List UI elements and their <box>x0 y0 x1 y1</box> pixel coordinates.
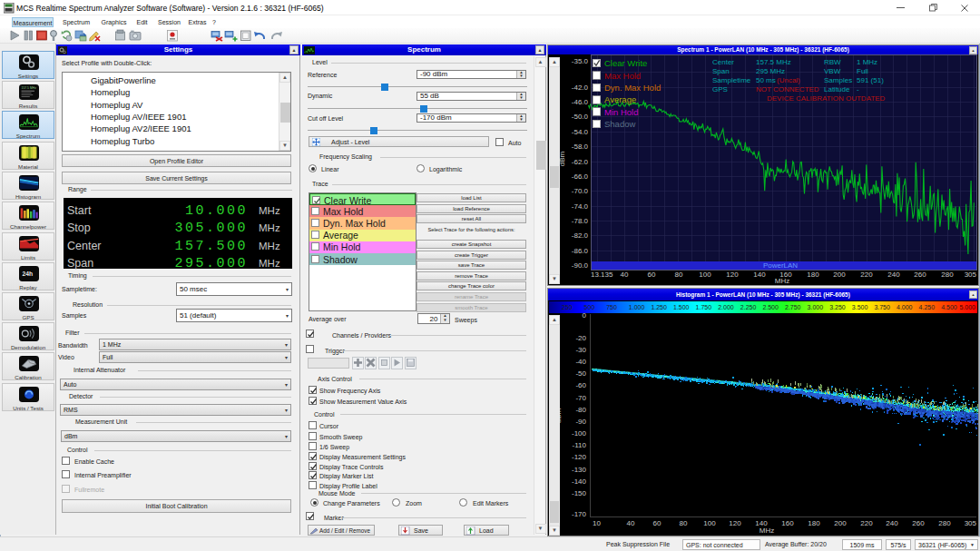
svg-text:200: 200 <box>833 271 846 279</box>
svg-text:200: 200 <box>834 519 847 527</box>
svg-text:60: 60 <box>653 519 662 527</box>
svg-text:-66.0: -66.0 <box>572 172 589 181</box>
svg-text:-74.0: -74.0 <box>572 202 589 211</box>
svg-text:1 MHz: 1 MHz <box>857 58 877 66</box>
svg-text:50 ms: 50 ms <box>756 76 776 84</box>
svg-text:591 (51): 591 (51) <box>857 76 884 84</box>
svg-text:-50: -50 <box>575 369 586 378</box>
svg-text:-70.0: -70.0 <box>572 187 589 195</box>
svg-text:220: 220 <box>860 271 873 279</box>
svg-text:260: 260 <box>914 271 926 279</box>
svg-text:-140: -140 <box>572 477 587 486</box>
svg-text:MHz: MHz <box>760 526 774 535</box>
svg-text:100: 100 <box>699 271 711 279</box>
svg-text:120: 120 <box>726 271 739 279</box>
svg-text:10: 10 <box>593 519 601 527</box>
svg-text:180: 180 <box>808 519 820 527</box>
svg-text:140: 140 <box>753 271 766 279</box>
svg-text:240: 240 <box>886 519 898 527</box>
svg-text:0: 0 <box>583 313 587 320</box>
svg-text:-20: -20 <box>575 334 586 342</box>
svg-text:157.5 MHz: 157.5 MHz <box>756 58 791 66</box>
svg-text:NOT CONNECTED: NOT CONNECTED <box>756 85 819 93</box>
svg-text:160: 160 <box>781 519 794 527</box>
svg-text:40: 40 <box>621 271 629 279</box>
svg-text:Min Hold: Min Hold <box>604 107 639 117</box>
svg-text:120: 120 <box>729 519 741 527</box>
svg-text:Latitude: Latitude <box>824 85 850 93</box>
svg-text:RBW: RBW <box>824 58 841 66</box>
svg-text:-42.0: -42.0 <box>572 84 589 92</box>
svg-text:-30: -30 <box>575 346 586 354</box>
svg-text:GPS: GPS <box>712 85 728 93</box>
svg-text:Dyn. Max Hold: Dyn. Max Hold <box>604 83 661 93</box>
svg-text:-60: -60 <box>575 381 586 389</box>
svg-text:13.135: 13.135 <box>591 271 613 279</box>
svg-text:295 MHz: 295 MHz <box>756 67 785 75</box>
svg-text:-78.0: -78.0 <box>572 217 589 225</box>
svg-text:-40: -40 <box>575 358 586 366</box>
svg-text:-46.0: -46.0 <box>572 98 589 106</box>
svg-text:Max Hold: Max Hold <box>604 71 641 81</box>
svg-text:280: 280 <box>941 271 954 279</box>
svg-text:(Uncal): (Uncal) <box>777 76 800 84</box>
svg-text:305: 305 <box>965 519 977 527</box>
svg-text:-80: -80 <box>575 406 586 414</box>
svg-text:-62.0: -62.0 <box>572 158 589 166</box>
svg-text:-100: -100 <box>572 429 587 438</box>
svg-text:-170: -170 <box>572 510 587 518</box>
svg-text:-82.0: -82.0 <box>572 231 589 240</box>
svg-text:280: 280 <box>938 519 951 527</box>
svg-text:PowerLAN: PowerLAN <box>763 261 798 270</box>
svg-text:-: - <box>857 85 859 93</box>
svg-text:Average: Average <box>604 94 636 104</box>
svg-text:-120: -120 <box>572 453 587 461</box>
svg-text:260: 260 <box>912 519 925 527</box>
svg-text:-90.0: -90.0 <box>572 261 589 270</box>
svg-text:DEVICE CALIBRATION OUTDATED: DEVICE CALIBRATION OUTDATED <box>767 94 886 103</box>
svg-text:-35.0: -35.0 <box>572 57 589 65</box>
svg-text:Sampletime: Sampletime <box>712 76 751 84</box>
svg-text:VBW: VBW <box>824 67 841 75</box>
svg-text:Full: Full <box>857 67 868 75</box>
svg-text:80: 80 <box>680 519 688 527</box>
svg-text:Center: Center <box>712 58 734 66</box>
svg-text:60: 60 <box>648 271 656 279</box>
svg-text:-50.0: -50.0 <box>572 113 589 121</box>
svg-text:157.5 MHz: 157.5 MHz <box>22 86 37 90</box>
svg-text:180: 180 <box>807 271 819 279</box>
svg-text:80: 80 <box>675 271 683 279</box>
svg-text:240: 240 <box>887 271 900 279</box>
svg-text:-130: -130 <box>572 466 587 474</box>
svg-text:-86.0: -86.0 <box>572 247 589 255</box>
svg-text:Clear Write: Clear Write <box>604 58 647 68</box>
svg-text:MHz: MHz <box>775 277 789 285</box>
svg-text:40: 40 <box>627 519 635 527</box>
svg-text:305: 305 <box>965 271 977 279</box>
svg-text:Span: Span <box>712 67 730 75</box>
svg-text:-110: -110 <box>573 441 587 449</box>
svg-text:-54.0: -54.0 <box>572 128 589 136</box>
svg-text:-90: -90 <box>575 418 586 426</box>
svg-text:Shadow: Shadow <box>604 119 635 129</box>
svg-text:-70: -70 <box>575 394 586 402</box>
svg-text:-58.0: -58.0 <box>572 143 589 151</box>
svg-text:Samples: Samples <box>824 76 852 84</box>
svg-text:100: 100 <box>703 519 716 527</box>
svg-text:220: 220 <box>860 519 873 527</box>
svg-text:24h: 24h <box>22 271 33 277</box>
svg-text:-150: -150 <box>572 489 587 497</box>
